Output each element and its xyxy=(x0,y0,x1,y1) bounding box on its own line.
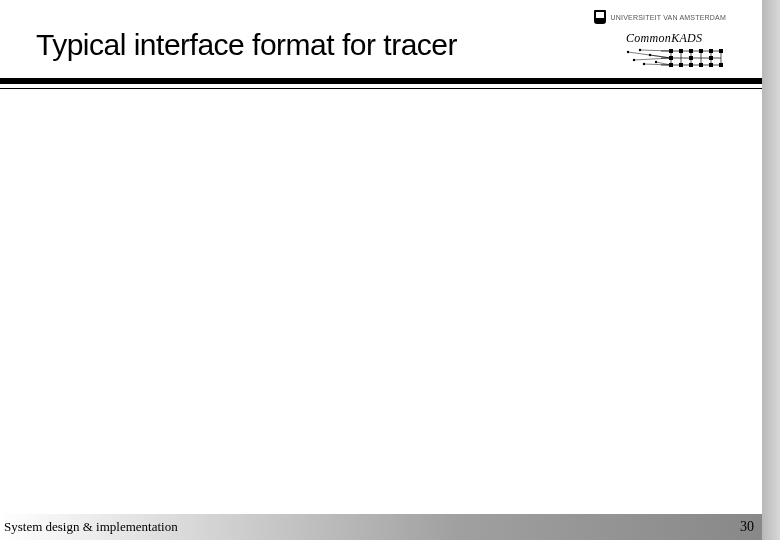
uva-logo-text: UNIVERSITEIT VAN AMSTERDAM xyxy=(611,14,726,21)
footer-left-text: System design & implementation xyxy=(4,519,178,535)
title-thick-rule xyxy=(0,78,762,84)
right-border-strip xyxy=(762,0,780,540)
svg-rect-22 xyxy=(709,63,713,67)
uva-shield-icon xyxy=(594,10,606,24)
footer-bar: System design & implementation 30 xyxy=(0,514,762,540)
uva-logo: UNIVERSITEIT VAN AMSTERDAM xyxy=(594,10,726,24)
svg-rect-19 xyxy=(679,63,683,67)
svg-rect-23 xyxy=(719,63,723,67)
header-area: Typical interface format for tracer xyxy=(36,28,726,62)
slide-container: UNIVERSITEIT VAN AMSTERDAM CommonKADS xyxy=(0,0,762,540)
title-thin-rule xyxy=(0,88,762,89)
svg-rect-21 xyxy=(699,63,703,67)
page-number: 30 xyxy=(740,519,754,535)
slide-title: Typical interface format for tracer xyxy=(36,28,726,62)
svg-rect-20 xyxy=(689,63,693,67)
